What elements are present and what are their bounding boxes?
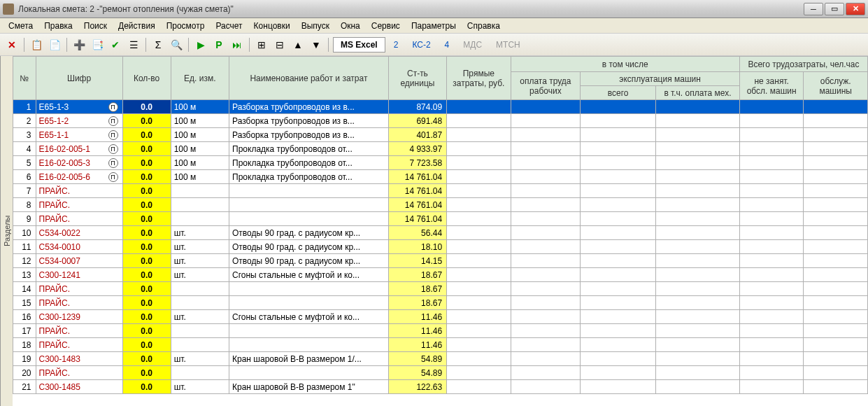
cell-cipher[interactable]: Е65-1-2П: [36, 114, 122, 128]
menu-kontsovki[interactable]: Концовки: [248, 20, 296, 32]
cell-cipher[interactable]: ПРАЙС.: [36, 282, 122, 296]
msexcel-button[interactable]: MS Excel: [333, 37, 385, 52]
col-tmachines[interactable]: обслуж. машины: [804, 72, 868, 100]
cell-qty[interactable]: 0.0: [122, 366, 171, 380]
cell-qty[interactable]: 0.0: [122, 100, 171, 114]
table-row[interactable]: 15ПРАЙС.0.018.67: [13, 296, 868, 310]
cell-qty[interactable]: 0.0: [122, 268, 171, 282]
col-mtotal[interactable]: всего: [581, 86, 656, 100]
cell-cipher[interactable]: ПРАЙС.: [36, 296, 122, 310]
table-row[interactable]: 11С534-00100.0шт.Отводы 90 град. с радиу…: [13, 240, 868, 254]
cell-cipher[interactable]: ПРАЙС.: [36, 184, 122, 198]
cell-cipher[interactable]: С300-1239: [36, 310, 122, 324]
cell-qty[interactable]: 0.0: [122, 226, 171, 240]
table-row[interactable]: 7ПРАЙС.0.014 761.04: [13, 184, 868, 198]
cell-qty[interactable]: 0.0: [122, 212, 171, 226]
insert-icon[interactable]: ➕: [71, 37, 87, 52]
cell-qty[interactable]: 0.0: [122, 114, 171, 128]
cell-cipher[interactable]: С534-0022: [36, 226, 122, 240]
col-tnotbusy[interactable]: не занят. обсл. машин: [739, 72, 803, 100]
columns-icon[interactable]: ⊟: [272, 37, 287, 52]
col-cost[interactable]: Ст-ть единицы: [388, 57, 446, 100]
cell-cipher[interactable]: С534-0007: [36, 254, 122, 268]
pi-icon[interactable]: П: [108, 102, 118, 112]
table-row[interactable]: 4Е16-02-005-1П0.0100 мПрокладка трубопро…: [13, 142, 868, 156]
cell-cipher[interactable]: Е65-1-1П: [36, 128, 122, 142]
table-row[interactable]: 6Е16-02-005-6П0.0100 мПрокладка трубопро…: [13, 170, 868, 184]
cell-qty[interactable]: 0.0: [122, 282, 171, 296]
cell-qty[interactable]: 0.0: [122, 156, 171, 170]
table-row[interactable]: 5Е16-02-005-3П0.0100 мПрокладка трубопро…: [13, 156, 868, 170]
table-row[interactable]: 16С300-12390.0шт.Сгоны стальные с муфтой…: [13, 310, 868, 324]
pi-icon[interactable]: П: [108, 158, 118, 168]
cell-qty[interactable]: 0.0: [122, 324, 171, 338]
table-row[interactable]: 10С534-00220.0шт.Отводы 90 град. с радиу…: [13, 226, 868, 240]
col-qty[interactable]: Кол-во: [122, 57, 171, 100]
paste-icon[interactable]: 📄: [47, 37, 62, 52]
cell-cipher[interactable]: Е16-02-005-3П: [36, 156, 122, 170]
col-direct[interactable]: Прямые затраты, руб.: [447, 57, 511, 100]
table-row[interactable]: 2Е65-1-2П0.0100 мРазборка трубопроводов …: [13, 114, 868, 128]
menu-raschet[interactable]: Расчет: [210, 20, 248, 32]
cell-cipher[interactable]: С300-1483: [36, 352, 122, 366]
pi-icon[interactable]: П: [108, 172, 118, 182]
menu-servis[interactable]: Сервис: [366, 20, 406, 32]
cell-qty[interactable]: 0.0: [122, 184, 171, 198]
table-row[interactable]: 20ПРАЙС.0.054.89: [13, 366, 868, 380]
cell-qty[interactable]: 0.0: [122, 352, 171, 366]
cell-cipher[interactable]: Е16-02-005-1П: [36, 142, 122, 156]
table-row[interactable]: 12С534-00070.0шт.Отводы 90 град. с радиу…: [13, 254, 868, 268]
tool-2[interactable]: 2: [388, 38, 404, 51]
next-icon[interactable]: ⏭: [229, 37, 245, 52]
menu-parametry[interactable]: Параметры: [406, 20, 462, 32]
group-icon[interactable]: 📑: [90, 37, 105, 52]
cell-cipher[interactable]: Е16-02-005-6П: [36, 170, 122, 184]
table-row[interactable]: 17ПРАЙС.0.011.46: [13, 324, 868, 338]
table-row[interactable]: 8ПРАЙС.0.014 761.04: [13, 198, 868, 212]
col-labor[interactable]: оплата труда рабочих: [511, 72, 581, 100]
pi-icon[interactable]: П: [108, 116, 118, 126]
find-icon[interactable]: 🔍: [169, 37, 184, 52]
tool-4[interactable]: 4: [439, 38, 455, 51]
menu-vypusk[interactable]: Выпуск: [296, 20, 335, 32]
down-icon[interactable]: ▼: [308, 37, 324, 52]
menu-pravka[interactable]: Правка: [38, 20, 78, 32]
cell-qty[interactable]: 0.0: [122, 170, 171, 184]
menu-okna[interactable]: Окна: [335, 20, 366, 32]
menu-prosmotr[interactable]: Просмотр: [161, 20, 211, 32]
data-grid[interactable]: № Шифр Кол-во Ед. изм. Наименование рабо…: [13, 56, 868, 406]
cell-cipher[interactable]: С534-0010: [36, 240, 122, 254]
col-labortotal[interactable]: Всего трудозатраты, чел.час: [739, 57, 867, 72]
cell-cipher[interactable]: Е65-1-3П: [36, 100, 122, 114]
cell-cipher[interactable]: ПРАЙС.: [36, 338, 122, 352]
cell-qty[interactable]: 0.0: [122, 198, 171, 212]
pi-icon[interactable]: П: [108, 130, 118, 140]
cell-cipher[interactable]: С300-1241: [36, 268, 122, 282]
cell-cipher[interactable]: ПРАЙС.: [36, 366, 122, 380]
table-row[interactable]: 14ПРАЙС.0.018.67: [13, 282, 868, 296]
table-row[interactable]: 18ПРАЙС.0.011.46: [13, 338, 868, 352]
up-icon[interactable]: ▲: [290, 37, 306, 52]
menu-deistviya[interactable]: Действия: [113, 20, 161, 32]
side-tab-razdely[interactable]: Разделы: [0, 56, 13, 406]
close-button[interactable]: ✕: [846, 3, 865, 15]
grid-icon[interactable]: ⊞: [254, 37, 269, 52]
filter-icon[interactable]: ☰: [126, 37, 141, 52]
cell-cipher[interactable]: ПРАЙС.: [36, 198, 122, 212]
maximize-button[interactable]: ▭: [825, 3, 844, 15]
cell-qty[interactable]: 0.0: [122, 338, 171, 352]
col-including[interactable]: в том числе: [511, 57, 739, 72]
menu-spravka[interactable]: Справка: [462, 20, 506, 32]
cell-qty[interactable]: 0.0: [122, 380, 171, 394]
delete-icon[interactable]: ✕: [4, 37, 20, 52]
pi-icon[interactable]: П: [108, 144, 118, 154]
col-cipher[interactable]: Шифр: [36, 57, 122, 100]
menu-smeta[interactable]: Смета: [3, 20, 38, 32]
cell-qty[interactable]: 0.0: [122, 128, 171, 142]
table-row[interactable]: 13С300-12410.0шт.Сгоны стальные с муфтой…: [13, 268, 868, 282]
col-name[interactable]: Наименование работ и затрат: [229, 57, 389, 100]
col-num[interactable]: №: [13, 57, 36, 100]
table-row[interactable]: 19С300-14830.0шт.Кран шаровой В-В размер…: [13, 352, 868, 366]
check-icon[interactable]: ✔: [108, 37, 123, 52]
cell-cipher[interactable]: С300-1485: [36, 380, 122, 394]
